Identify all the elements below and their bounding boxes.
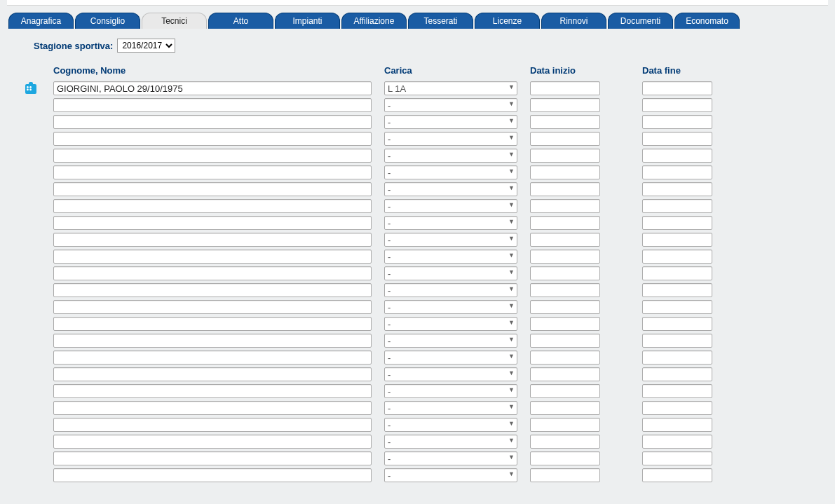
tab-economato[interactable]: Economato (674, 13, 740, 29)
name-input[interactable] (53, 418, 372, 432)
date-start-input[interactable] (530, 283, 600, 297)
role-select[interactable]: -L 1A (384, 451, 517, 465)
role-select[interactable]: -L 1A (384, 165, 517, 179)
name-input[interactable] (53, 317, 372, 331)
date-end-input[interactable] (642, 233, 712, 247)
role-select[interactable]: -L 1A (384, 233, 517, 247)
name-input[interactable] (53, 451, 372, 465)
name-input[interactable] (53, 401, 372, 415)
tab-tesserati[interactable]: Tesserati (408, 13, 473, 29)
date-start-input[interactable] (530, 98, 600, 112)
date-end-input[interactable] (642, 199, 712, 213)
role-select[interactable]: -L 1A (384, 334, 517, 348)
name-input[interactable] (53, 182, 372, 196)
date-start-input[interactable] (530, 451, 600, 465)
date-start-input[interactable] (530, 367, 600, 381)
name-input[interactable] (53, 300, 372, 314)
date-start-input[interactable] (530, 250, 600, 264)
role-select[interactable]: -L 1A (384, 266, 517, 280)
date-end-input[interactable] (642, 418, 712, 432)
date-end-input[interactable] (642, 384, 712, 398)
date-start-input[interactable] (530, 468, 600, 482)
date-start-input[interactable] (530, 334, 600, 348)
date-end-input[interactable] (642, 401, 712, 415)
role-select[interactable]: -L 1A (384, 300, 517, 314)
name-input[interactable] (53, 81, 372, 95)
date-end-input[interactable] (642, 149, 712, 163)
role-select[interactable]: -L 1A (384, 384, 517, 398)
role-select[interactable]: -L 1A (384, 350, 517, 365)
name-input[interactable] (53, 115, 372, 129)
date-end-input[interactable] (642, 334, 712, 348)
name-input[interactable] (53, 199, 372, 213)
name-input[interactable] (53, 334, 372, 348)
name-input[interactable] (53, 283, 372, 297)
date-start-input[interactable] (530, 199, 600, 213)
role-select[interactable]: -L 1A (384, 435, 517, 449)
tab-consiglio[interactable]: Consiglio (75, 13, 140, 29)
date-end-input[interactable] (642, 182, 712, 196)
date-end-input[interactable] (642, 98, 712, 112)
tab-affiliazione[interactable]: Affiliazione (341, 13, 407, 29)
date-end-input[interactable] (642, 300, 712, 314)
role-select[interactable]: -L 1A (384, 149, 517, 163)
name-input[interactable] (53, 216, 372, 230)
name-input[interactable] (53, 435, 372, 449)
tab-licenze[interactable]: Licenze (475, 13, 540, 29)
date-end-input[interactable] (642, 115, 712, 129)
tab-tecnici[interactable]: Tecnici (142, 13, 207, 29)
date-start-input[interactable] (530, 401, 600, 415)
name-input[interactable] (53, 233, 372, 247)
date-end-input[interactable] (642, 216, 712, 230)
role-select[interactable]: -L 1A (384, 98, 517, 112)
name-input[interactable] (53, 165, 372, 179)
date-start-input[interactable] (530, 300, 600, 314)
date-end-input[interactable] (642, 250, 712, 264)
date-start-input[interactable] (530, 317, 600, 331)
id-card-icon[interactable] (25, 84, 36, 94)
season-select[interactable]: 2016/2017 (117, 39, 175, 53)
date-end-input[interactable] (642, 367, 712, 381)
date-start-input[interactable] (530, 182, 600, 196)
role-select[interactable]: -L 1A (384, 182, 517, 196)
role-select[interactable]: -L 1A (384, 283, 517, 297)
date-end-input[interactable] (642, 317, 712, 331)
tab-anagrafica[interactable]: Anagrafica (8, 13, 74, 29)
date-start-input[interactable] (530, 266, 600, 280)
date-start-input[interactable] (530, 350, 600, 365)
date-end-input[interactable] (642, 81, 712, 95)
role-select[interactable]: -L 1A (384, 199, 517, 213)
role-select[interactable]: -L 1A (384, 115, 517, 129)
date-end-input[interactable] (642, 468, 712, 482)
date-end-input[interactable] (642, 132, 712, 146)
name-input[interactable] (53, 468, 372, 482)
role-select[interactable]: -L 1A (384, 367, 517, 381)
tab-impianti[interactable]: Impianti (275, 13, 340, 29)
tab-atto[interactable]: Atto (208, 13, 273, 29)
role-select[interactable]: -L 1A (384, 401, 517, 415)
name-input[interactable] (53, 98, 372, 112)
date-start-input[interactable] (530, 384, 600, 398)
date-start-input[interactable] (530, 132, 600, 146)
tab-rinnovi[interactable]: Rinnovi (541, 13, 606, 29)
date-start-input[interactable] (530, 115, 600, 129)
date-end-input[interactable] (642, 451, 712, 465)
name-input[interactable] (53, 149, 372, 163)
date-start-input[interactable] (530, 435, 600, 449)
role-select[interactable]: -L 1A (384, 216, 517, 230)
date-start-input[interactable] (530, 233, 600, 247)
name-input[interactable] (53, 266, 372, 280)
role-select[interactable]: -L 1A (384, 317, 517, 331)
date-end-input[interactable] (642, 165, 712, 179)
date-start-input[interactable] (530, 418, 600, 432)
date-end-input[interactable] (642, 435, 712, 449)
date-end-input[interactable] (642, 350, 712, 365)
date-start-input[interactable] (530, 149, 600, 163)
date-start-input[interactable] (530, 165, 600, 179)
name-input[interactable] (53, 250, 372, 264)
date-end-input[interactable] (642, 283, 712, 297)
role-select[interactable]: -L 1A (384, 250, 517, 264)
name-input[interactable] (53, 367, 372, 381)
name-input[interactable] (53, 350, 372, 365)
tab-documenti[interactable]: Documenti (608, 13, 673, 29)
